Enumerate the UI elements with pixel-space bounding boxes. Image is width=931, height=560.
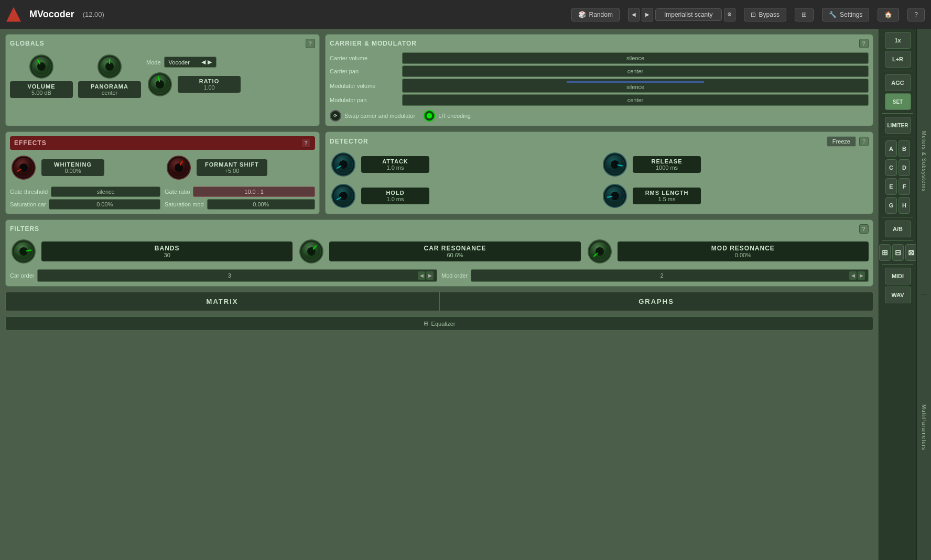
equalizer-icon: ⊞	[424, 320, 428, 327]
car-order-prev[interactable]: ◀	[418, 271, 425, 280]
attack-knob[interactable]	[330, 151, 357, 178]
ab-button[interactable]: A/B	[885, 221, 911, 237]
help-button[interactable]: ?	[907, 8, 925, 21]
d-button[interactable]: D	[898, 159, 910, 176]
attack-cell: ATTACK 1.0 ms	[330, 151, 597, 178]
preset-name[interactable]: Imperialist scanty	[655, 8, 722, 21]
mod-order-next[interactable]: ▶	[858, 271, 865, 280]
car-order-next[interactable]: ▶	[426, 271, 434, 280]
whitening-knob[interactable]	[10, 154, 37, 181]
graphs-button[interactable]: GRAPHS	[439, 292, 873, 311]
g-button[interactable]: G	[885, 197, 897, 214]
matrix-button[interactable]: MATRIX	[5, 292, 439, 311]
cd-pair: C D	[885, 159, 910, 176]
layout1-button[interactable]: ⊞	[879, 244, 891, 261]
svg-line-27	[618, 165, 622, 166]
carrier-pan-row: Carrier pan center	[330, 65, 869, 77]
car-order-arrows: ◀ ▶	[418, 271, 434, 280]
volume-display: VOLUME 5.00 dB	[10, 81, 73, 98]
agc-button[interactable]: AGC	[885, 74, 911, 91]
next-preset-button[interactable]: ▶	[642, 8, 653, 21]
mode-select[interactable]: Vocoder ◀ ▶	[164, 57, 216, 68]
volume-knob[interactable]	[28, 53, 55, 80]
layout2-button[interactable]: ⊟	[892, 244, 904, 261]
modulator-pan-value[interactable]: center	[402, 94, 869, 106]
home-button[interactable]: 🏠	[878, 8, 899, 21]
car-resonance-knob[interactable]	[298, 238, 325, 265]
c-button[interactable]: C	[885, 159, 897, 176]
bands-group: BANDS 30	[10, 238, 293, 265]
preset-menu-button[interactable]: ⚙	[724, 8, 735, 21]
midi-button[interactable]: MIDI	[885, 268, 911, 284]
carrier-help-button[interactable]: ?	[859, 39, 869, 48]
effects-knobs: WHITENING 0.00%	[10, 154, 315, 181]
gate-threshold-value[interactable]: silence	[51, 186, 160, 197]
limiter-button[interactable]: LIMITER	[885, 117, 911, 134]
effects-fields: Gate threshold silence Gate ratio 10.0 :…	[10, 186, 315, 210]
swap-button[interactable]: ⟳ Swap carrier and modulator	[330, 110, 415, 122]
settings-button[interactable]: 🔧 Settings	[822, 8, 869, 21]
detector-help-button[interactable]: ?	[859, 137, 869, 146]
meters-label: Meters & Subsystems	[921, 131, 927, 192]
lr-button[interactable]: L+R	[885, 51, 911, 68]
lr-dot	[427, 113, 432, 118]
layout3-button[interactable]: ⊠	[905, 244, 917, 261]
filters-help-button[interactable]: ?	[859, 224, 869, 234]
ratio-knob[interactable]	[146, 71, 174, 98]
globals-help-button[interactable]: ?	[306, 39, 315, 48]
mod-order-prev[interactable]: ◀	[849, 271, 857, 280]
prev-preset-button[interactable]: ◀	[628, 8, 640, 21]
gate-ratio-value[interactable]: 10.0 : 1	[193, 186, 315, 197]
top-row: GLOBALS ?	[5, 34, 873, 126]
sidebar-sep-3	[882, 137, 913, 137]
main-content: GLOBALS ?	[0, 29, 931, 560]
globals-header: GLOBALS ?	[10, 39, 315, 48]
svg-point-14	[19, 163, 28, 172]
effects-help-button[interactable]: ?	[301, 138, 311, 148]
rms-display: RMS LENGTH 1.5 ms	[633, 188, 701, 204]
whitening-display: WHITENING 0.00%	[41, 159, 104, 176]
effects-panel: EFFECTS ?	[5, 131, 320, 214]
sidebar-sep-2	[882, 113, 913, 114]
lr-indicator	[424, 110, 435, 122]
carrier-volume-value[interactable]: silence	[402, 52, 869, 64]
app-logo	[6, 7, 21, 22]
gate-ratio-row: Gate ratio 10.0 : 1	[165, 186, 315, 197]
panorama-knob[interactable]	[96, 53, 123, 80]
bottom-row: MATRIX GRAPHS	[5, 292, 873, 311]
f-button[interactable]: F	[898, 178, 910, 195]
formant-knob[interactable]	[165, 154, 192, 181]
app-version: (12.00)	[83, 10, 104, 18]
release-knob[interactable]	[601, 151, 629, 178]
saturation-car-value[interactable]: 0.00%	[49, 199, 160, 210]
svg-line-35	[608, 196, 612, 197]
a-button[interactable]: A	[885, 140, 897, 157]
wav-button[interactable]: WAV	[885, 287, 911, 303]
right-sidebar: 1x L+R AGC SET LIMITER A B C D E F G H A…	[879, 29, 916, 560]
formant-group: FORMANT SHIFT +5.00	[165, 154, 315, 181]
mod-resonance-knob[interactable]	[586, 238, 613, 265]
b-button[interactable]: B	[898, 140, 910, 157]
h-button[interactable]: H	[898, 197, 910, 214]
carrier-pan-value[interactable]: center	[402, 65, 869, 77]
random-button[interactable]: 🎲 Random	[571, 8, 620, 21]
preset-nav: ◀ ▶ Imperialist scanty ⚙	[628, 8, 735, 21]
lr-encoding-button[interactable]: LR encoding	[424, 110, 471, 122]
rms-knob[interactable]	[601, 182, 629, 210]
panorama-display: PANORAMA center	[78, 81, 141, 98]
freeze-button[interactable]: Freeze	[827, 136, 856, 147]
channel-button[interactable]: ⊞	[795, 8, 814, 21]
sidebar-sep-5	[882, 240, 913, 241]
e-button[interactable]: E	[885, 178, 897, 195]
saturation-mod-value[interactable]: 0.00%	[207, 199, 315, 210]
equalizer-bar[interactable]: ⊞ Equalizer	[5, 316, 873, 331]
1x-button[interactable]: 1x	[885, 32, 911, 49]
hold-knob[interactable]	[330, 182, 357, 210]
detector-panel: DETECTOR Freeze ?	[325, 131, 873, 214]
order-row: Car order 3 ◀ ▶ Mod order 2 ◀	[10, 269, 869, 282]
attack-display: ATTACK 1.0 ms	[361, 156, 429, 173]
set-button[interactable]: SET	[885, 93, 911, 110]
bands-knob[interactable]	[10, 238, 37, 265]
title-bar: MVocoder (12.00) 🎲 Random ◀ ▶ Imperialis…	[0, 0, 931, 29]
bypass-button[interactable]: ⊡ Bypass	[744, 8, 786, 21]
